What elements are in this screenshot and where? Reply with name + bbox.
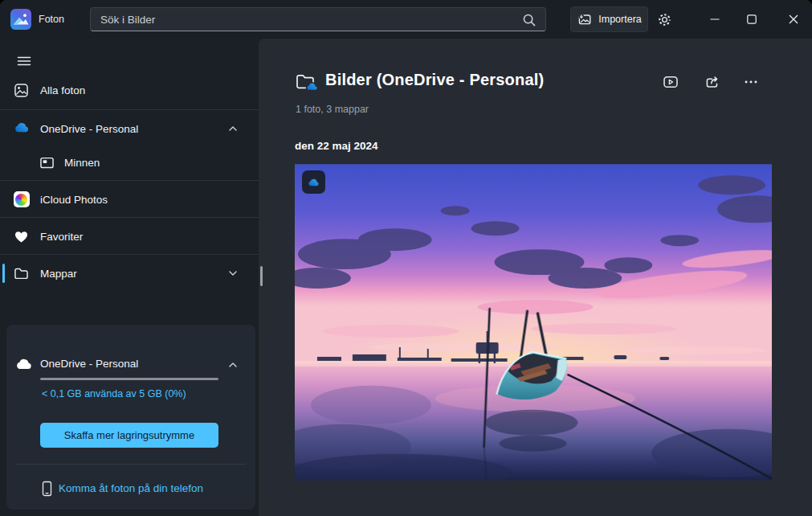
- sidebar-item-mappar[interactable]: Mappar: [0, 257, 259, 289]
- app-title: Foton: [39, 0, 64, 39]
- minimize-icon: [707, 11, 723, 27]
- sidebar-item-label: OneDrive - Personal: [40, 123, 138, 135]
- onedrive-sync-badge: [302, 170, 325, 194]
- selected-indicator: [2, 264, 5, 283]
- search-input[interactable]: [91, 8, 516, 31]
- memories-icon: [39, 154, 55, 171]
- onedrive-badge-cloud-icon: [307, 177, 320, 188]
- title-bar: Foton Importera: [0, 0, 812, 39]
- phone-access-link-row[interactable]: Komma åt foton på din telefon: [6, 474, 255, 503]
- storage-panel-header[interactable]: OneDrive - Personal: [6, 352, 255, 378]
- all-photos-icon: [13, 82, 30, 99]
- page-subtitle: 1 foto, 3 mappar: [296, 104, 369, 115]
- photos-app-icon: [10, 9, 31, 30]
- sidebar-scrollbar-thumb[interactable]: [260, 266, 263, 286]
- heart-icon: [13, 228, 30, 245]
- maximize-button[interactable]: [733, 0, 770, 39]
- chevron-down-icon[interactable]: [225, 265, 241, 281]
- import-button[interactable]: Importera: [570, 6, 648, 32]
- sidebar-divider: [0, 254, 259, 255]
- onedrive-storage-panel: OneDrive - Personal < 0,1 GB använda av …: [6, 325, 255, 510]
- chevron-up-icon[interactable]: [225, 121, 241, 137]
- folder-icon: [13, 265, 30, 282]
- navigation-sidebar: Alla foton OneDrive - Personal: [0, 39, 259, 516]
- nav-toggle-button[interactable]: [10, 47, 39, 76]
- sidebar-item-icloud-photos[interactable]: iCloud Photos: [0, 183, 259, 215]
- icloud-photos-icon: [13, 191, 30, 208]
- search-icon: [521, 12, 537, 28]
- date-group-header: den 22 maj 2024: [295, 140, 378, 152]
- sidebar-divider: [0, 180, 259, 181]
- sunset-boat-photo: [295, 164, 772, 481]
- ellipsis-icon: [742, 73, 760, 91]
- storage-progress-bar: [40, 378, 218, 380]
- panel-divider: [16, 464, 246, 465]
- hamburger-icon: [16, 53, 32, 69]
- sidebar-item-label: Favoriter: [40, 231, 83, 243]
- sidebar-item-label: Alla foton: [40, 84, 85, 96]
- minimize-button[interactable]: [696, 0, 733, 39]
- storage-panel-title: OneDrive - Personal: [40, 358, 138, 370]
- sidebar-item-favoriter[interactable]: Favoriter: [0, 220, 259, 252]
- sidebar-item-label: Minnen: [64, 157, 100, 169]
- import-photos-icon: [577, 11, 593, 27]
- phone-icon: [42, 481, 52, 499]
- slideshow-button[interactable]: [656, 68, 685, 96]
- folder-cloud-icon: [295, 71, 320, 95]
- photos-logo-icon: [10, 9, 31, 30]
- import-button-label: Importera: [598, 14, 642, 25]
- onedrive-cloud-icon: [13, 121, 30, 137]
- chevron-up-icon[interactable]: [225, 357, 241, 373]
- sidebar-item-minnen[interactable]: Minnen: [0, 146, 259, 178]
- photos-app-window: Foton Importera: [0, 0, 812, 516]
- settings-button[interactable]: [651, 6, 677, 32]
- get-more-storage-label: Skaffa mer lagringsutrymme: [64, 429, 194, 441]
- phone-access-link: Komma åt foton på din telefon: [59, 482, 203, 494]
- folder-content-area: Bilder (OneDrive - Personal) 1 foto, 3 m…: [259, 39, 812, 516]
- sidebar-divider: [0, 109, 259, 110]
- share-button[interactable]: [698, 68, 727, 96]
- search-button[interactable]: [518, 10, 541, 30]
- sidebar-divider: [0, 217, 259, 218]
- slideshow-icon: [662, 73, 679, 91]
- page-title: Bilder (OneDrive - Personal): [325, 71, 544, 89]
- maximize-icon: [744, 11, 760, 27]
- sidebar-item-label: Mappar: [40, 268, 77, 280]
- share-icon: [704, 73, 721, 91]
- photo-thumbnail[interactable]: [295, 164, 772, 481]
- gear-icon: [657, 12, 672, 27]
- close-button[interactable]: [775, 0, 812, 39]
- search-box: [90, 7, 546, 31]
- get-more-storage-button[interactable]: Skaffa mer lagringsutrymme: [40, 423, 218, 448]
- cloud-icon: [14, 356, 34, 375]
- sidebar-item-alla-foton[interactable]: Alla foton: [0, 74, 259, 106]
- sidebar-item-label: iCloud Photos: [40, 194, 108, 206]
- close-icon: [785, 11, 802, 27]
- more-options-button[interactable]: [737, 68, 765, 96]
- sidebar-item-onedrive-personal[interactable]: OneDrive - Personal: [0, 113, 259, 145]
- storage-usage-text: < 0,1 GB använda av 5 GB (0%): [42, 388, 186, 399]
